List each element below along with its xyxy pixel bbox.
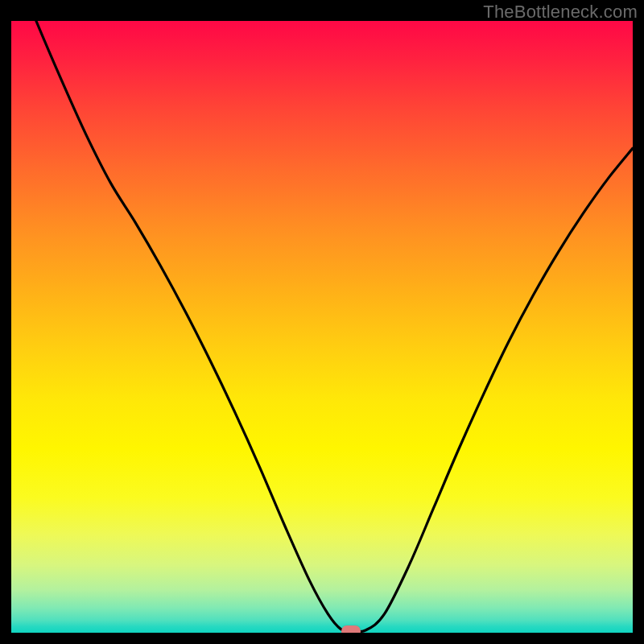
chart-frame: TheBottleneck.com: [0, 0, 644, 644]
watermark-text: TheBottleneck.com: [483, 2, 638, 23]
optimal-point-marker: [341, 625, 361, 633]
bottleneck-curve: [11, 21, 633, 633]
plot-area: [11, 21, 633, 633]
